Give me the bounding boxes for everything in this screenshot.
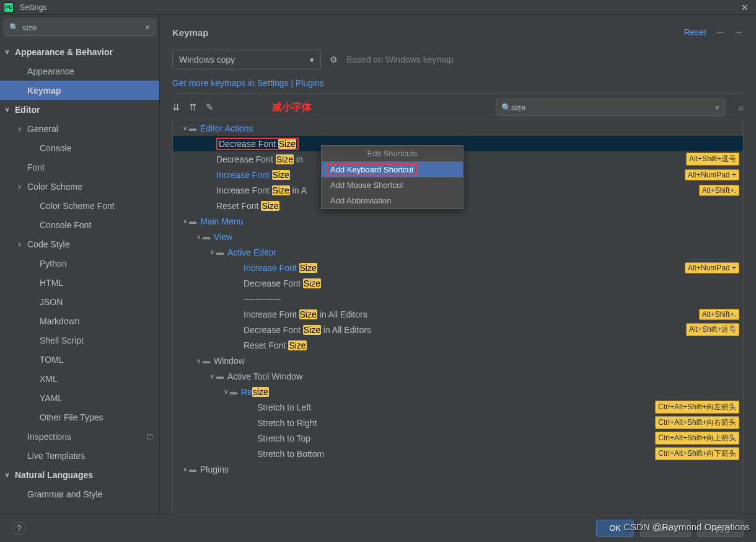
action-row[interactable]: Decrease Font Size	[173, 275, 743, 291]
annotation-text: 减小字体	[272, 101, 312, 114]
sidebar-label: Color Scheme Font	[40, 201, 115, 211]
action-row[interactable]: Stretch to LeftCtrl+Alt+Shift+向左箭头	[173, 399, 743, 415]
action-row[interactable]: ∨▬Resize	[173, 384, 743, 399]
search-icon: 🔍	[501, 103, 511, 112]
sidebar-item[interactable]: Grammar and Style	[0, 484, 159, 504]
action-row[interactable]: ∨▬View	[173, 229, 743, 244]
gear-icon[interactable]: ⚙	[330, 55, 338, 64]
action-row[interactable]: Stretch to BottomCtrl+Alt+Shift+向下箭头	[173, 446, 743, 461]
action-search-input[interactable]	[511, 103, 714, 112]
collapse-all-icon[interactable]: ⇈	[189, 102, 197, 113]
action-label: Stretch to Right	[257, 418, 655, 428]
action-row[interactable]: ∨▬Active Editor	[173, 244, 743, 260]
action-row[interactable]: Increase Font SizeAlt+NumPad +	[173, 260, 743, 275]
gear-icon[interactable]: ⊡	[147, 432, 153, 441]
sidebar-item[interactable]: JSON	[0, 292, 159, 311]
action-row[interactable]: Stretch to RightCtrl+Alt+Shift+向右箭头	[173, 415, 743, 430]
sidebar-item[interactable]: ∨Editor	[0, 100, 159, 119]
clear-icon[interactable]: ×	[145, 22, 150, 32]
chevron-icon: ∨	[17, 125, 27, 132]
expand-all-icon[interactable]: ⇊	[172, 102, 180, 113]
sidebar-item[interactable]: Color Scheme Font	[0, 196, 159, 215]
back-icon[interactable]: ←	[715, 27, 725, 38]
action-label: Resize	[241, 387, 739, 397]
action-row[interactable]: Reset Font Size	[173, 337, 743, 353]
sidebar-item[interactable]: Live Templates	[0, 446, 159, 465]
close-icon[interactable]: ✕	[737, 2, 752, 12]
chevron-icon: ∨	[5, 471, 15, 478]
folder-icon: ▬	[216, 248, 227, 257]
action-label: Stretch to Left	[257, 402, 655, 412]
sidebar-item[interactable]: ∨Appearance & Behavior	[0, 42, 159, 61]
sidebar-label: Font	[27, 162, 45, 172]
ctx-header: Edit Shortcuts	[322, 146, 463, 161]
action-row[interactable]: ∨▬Plugins	[173, 461, 743, 477]
sidebar-item[interactable]: Inspections⊡	[0, 427, 159, 446]
chevron-icon: ∨	[17, 183, 27, 190]
action-row[interactable]: Decrease Font Size in All EditorsAlt+Shi…	[173, 322, 743, 337]
folder-icon: ▬	[230, 388, 241, 396]
ctx-add-mouse[interactable]: Add Mouse Shortcut	[322, 177, 463, 193]
ctx-add-abbrev[interactable]: Add Abbreviation	[322, 193, 463, 208]
sidebar-label: Grammar and Style	[27, 489, 102, 499]
sidebar-item[interactable]: Font	[0, 158, 159, 177]
sidebar-label: YAML	[40, 393, 63, 403]
action-label: Decrease Font Size	[216, 138, 739, 150]
keymap-dropdown[interactable]: Windows copy ▾	[172, 50, 321, 69]
sidebar-label: Live Templates	[27, 451, 85, 461]
plugins-link[interactable]: Get more keymaps in Settings | Plugins	[172, 78, 744, 88]
sidebar-item[interactable]: HTML	[0, 273, 159, 292]
sidebar-item[interactable]: Keymap	[0, 81, 159, 100]
sidebar-item[interactable]: YAML	[0, 388, 159, 407]
cancel-button[interactable]: Cancel	[640, 520, 691, 537]
sidebar-item[interactable]: Python	[0, 254, 159, 273]
shortcut-badge: Ctrl+Alt+Shift+向上箭头	[655, 432, 739, 445]
chevron-icon: ∨	[17, 241, 27, 247]
sidebar-label: Markdown	[40, 316, 80, 326]
help-button[interactable]: ?	[12, 522, 26, 535]
sidebar-item[interactable]: ∨Code Style	[0, 234, 159, 254]
action-row[interactable]: ∨▬Main Menu	[173, 213, 743, 229]
sidebar-item[interactable]: Markdown	[0, 311, 159, 331]
ok-button[interactable]: OK	[596, 520, 634, 537]
sidebar-item[interactable]: ∨Color Scheme	[0, 177, 159, 196]
sidebar-item[interactable]: Console Font	[0, 215, 159, 234]
shortcut-badge: Alt+Shift+逗号	[686, 323, 739, 336]
reset-link[interactable]: Reset	[683, 27, 706, 37]
action-row[interactable]: Increase Font Size in All EditorsAlt+Shi…	[173, 306, 743, 322]
search-input[interactable]	[22, 23, 145, 32]
action-search[interactable]: 🔍 ×	[496, 99, 725, 116]
action-row[interactable]: ∨▬Window	[173, 353, 743, 368]
chevron-icon: ∨	[208, 373, 216, 380]
sidebar-item[interactable]: Appearance	[0, 61, 159, 81]
action-label: Stretch to Bottom	[257, 449, 655, 459]
apply-button[interactable]: Apply	[697, 520, 744, 537]
sidebar-label: General	[27, 124, 58, 134]
action-row[interactable]: ∨▬Editor Actions	[173, 120, 743, 136]
action-row[interactable]: -------------	[173, 291, 743, 306]
action-label: Reset Font Size	[244, 340, 739, 350]
folder-icon: ▬	[189, 124, 200, 133]
sidebar-item[interactable]: XML	[0, 369, 159, 388]
clear-icon[interactable]: ×	[714, 103, 719, 112]
sidebar-item[interactable]: Console	[0, 138, 159, 158]
sidebar-item[interactable]: ∨General	[0, 119, 159, 138]
edit-icon[interactable]: ✎	[206, 102, 214, 113]
forward-icon[interactable]: →	[734, 27, 744, 38]
sidebar-item[interactable]: ∨Natural Languages	[0, 465, 159, 484]
sidebar-item[interactable]: Other File Types	[0, 407, 159, 427]
sidebar-label: JSON	[40, 297, 63, 307]
chevron-icon: ∨	[221, 388, 230, 395]
settings-search[interactable]: 🔍 ×	[4, 19, 156, 36]
context-menu: Edit Shortcuts Add Keyboard Shortcut Add…	[321, 145, 464, 209]
sidebar-item[interactable]: Shell Script	[0, 331, 159, 350]
find-action-icon[interactable]: ⌕	[739, 102, 744, 112]
action-row[interactable]: ∨▬Active Tool Window	[173, 368, 743, 384]
sidebar-label: Editor	[15, 105, 40, 115]
action-row[interactable]: Stretch to TopCtrl+Alt+Shift+向上箭头	[173, 430, 743, 446]
chevron-icon: ∨	[180, 218, 189, 224]
shortcut-badge: Alt+Shift+逗号	[686, 153, 739, 166]
ctx-add-keyboard[interactable]: Add Keyboard Shortcut	[322, 162, 463, 177]
sidebar-item[interactable]: TOML	[0, 350, 159, 369]
folder-icon: ▬	[203, 233, 214, 241]
